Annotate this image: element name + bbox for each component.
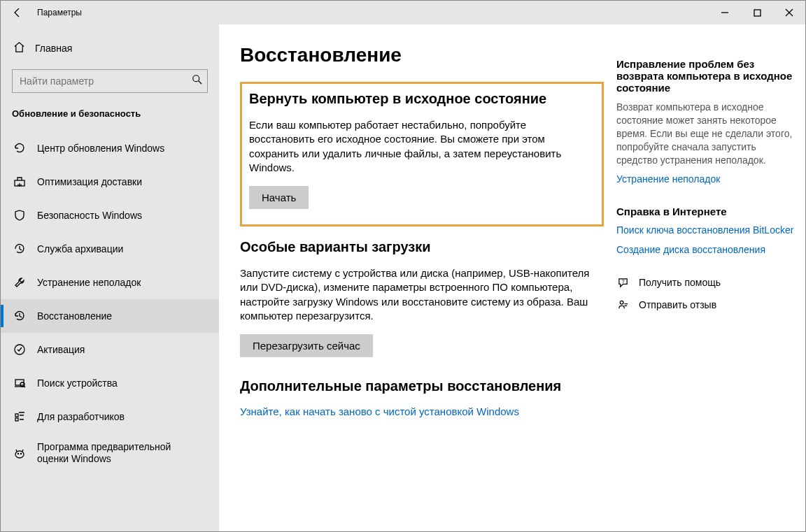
give-feedback-label: Отправить отзыв xyxy=(639,299,716,310)
recovery-drive-link[interactable]: Создание диска восстановления xyxy=(616,244,798,255)
page-title: Восстановление xyxy=(240,44,604,66)
shield-icon xyxy=(13,209,26,222)
more-recovery-section: Дополнительные параметры восстановления … xyxy=(240,378,604,418)
maximize-button[interactable] xyxy=(741,1,773,24)
chat-icon: ? xyxy=(616,276,629,289)
sidebar-item-for-developers[interactable]: Для разработчиков xyxy=(1,400,219,433)
svg-point-9 xyxy=(17,453,19,454)
reset-pc-section: Вернуть компьютер в исходное состояние Е… xyxy=(240,82,604,227)
support-actions: ? Получить помощь Отправить отзыв xyxy=(616,276,798,311)
sidebar-item-insider-program[interactable]: Программа предварительной оценки Windows xyxy=(1,433,219,473)
reset-pc-text: Если ваш компьютер работает нестабильно,… xyxy=(249,118,589,175)
get-help[interactable]: ? Получить помощь xyxy=(616,276,798,289)
svg-point-8 xyxy=(15,451,24,458)
insider-icon xyxy=(13,447,26,459)
web-help-heading: Справка в Интернете xyxy=(616,206,798,217)
sidebar-item-windows-update[interactable]: Центр обновления Windows xyxy=(1,131,219,165)
update-icon xyxy=(13,142,26,154)
advanced-startup-heading: Особые варианты загрузки xyxy=(240,239,604,255)
backup-icon xyxy=(13,243,26,255)
wrench-icon xyxy=(13,276,26,289)
feedback-icon xyxy=(616,299,629,311)
window-title: Параметры xyxy=(37,8,82,17)
sidebar-home-label: Главная xyxy=(35,43,72,54)
fix-problems-text: Возврат компьютера в исходное состояние … xyxy=(616,101,798,166)
fix-problems-heading: Исправление проблем без возврата компьют… xyxy=(616,58,798,94)
search-input[interactable] xyxy=(20,76,192,87)
advanced-startup-text: Запустите систему с устройства или диска… xyxy=(240,266,604,323)
recovery-icon xyxy=(13,310,26,322)
fix-problems-block: Исправление проблем без возврата компьют… xyxy=(616,58,798,185)
activation-icon xyxy=(13,343,26,356)
delivery-icon xyxy=(13,175,26,188)
developers-icon xyxy=(13,410,26,423)
minimize-button[interactable] xyxy=(709,1,741,24)
svg-rect-0 xyxy=(754,10,761,16)
sidebar-item-backup[interactable]: Служба архивации xyxy=(1,232,219,266)
web-help-block: Справка в Интернете Поиск ключа восстано… xyxy=(616,206,798,255)
search-box[interactable] xyxy=(12,69,208,93)
fresh-start-link[interactable]: Узнайте, как начать заново с чистой уста… xyxy=(240,405,519,417)
svg-point-1 xyxy=(193,76,199,82)
sidebar-category: Обновление и безопасность xyxy=(1,93,219,131)
give-feedback[interactable]: Отправить отзыв xyxy=(616,299,798,311)
sidebar-item-recovery[interactable]: Восстановление xyxy=(1,299,219,333)
home-icon xyxy=(13,41,25,55)
search-icon xyxy=(192,74,203,88)
sidebar-item-activation[interactable]: Активация xyxy=(1,333,219,366)
bitlocker-link[interactable]: Поиск ключа восстановления BitLocker xyxy=(616,224,798,236)
right-column: Исправление проблем без возврата компьют… xyxy=(616,44,798,532)
troubleshoot-link[interactable]: Устранение неполадок xyxy=(616,173,798,185)
titlebar: Параметры xyxy=(1,1,805,24)
get-help-label: Получить помощь xyxy=(639,277,721,288)
close-button[interactable] xyxy=(773,1,805,24)
find-device-icon xyxy=(13,377,26,389)
svg-rect-7 xyxy=(15,418,18,421)
more-recovery-heading: Дополнительные параметры восстановления xyxy=(240,378,604,394)
main-content: Восстановление Вернуть компьютер в исход… xyxy=(219,24,805,532)
svg-point-12 xyxy=(620,301,623,304)
sidebar: Главная Обновление и безопасность Центр … xyxy=(1,24,219,532)
svg-rect-6 xyxy=(15,414,18,417)
reset-pc-heading: Вернуть компьютер в исходное состояние xyxy=(249,91,589,107)
sidebar-item-delivery-optimization[interactable]: Оптимизация доставки xyxy=(1,165,219,199)
svg-text:?: ? xyxy=(621,278,624,284)
restart-now-button[interactable]: Перезагрузить сейчас xyxy=(240,334,373,357)
sidebar-item-find-my-device[interactable]: Поиск устройства xyxy=(1,366,219,400)
sidebar-home[interactable]: Главная xyxy=(1,34,219,62)
sidebar-item-windows-security[interactable]: Безопасность Windows xyxy=(1,199,219,232)
advanced-startup-section: Особые варианты загрузки Запустите систе… xyxy=(240,239,604,357)
back-button[interactable] xyxy=(1,1,34,24)
sidebar-item-troubleshoot[interactable]: Устранение неполадок xyxy=(1,266,219,299)
reset-pc-button[interactable]: Начать xyxy=(249,186,309,209)
svg-point-10 xyxy=(20,453,22,454)
